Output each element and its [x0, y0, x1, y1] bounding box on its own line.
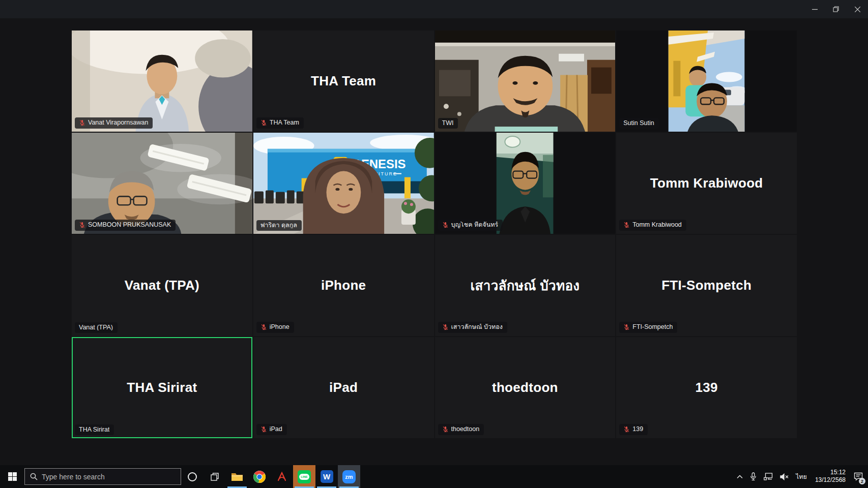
close-icon — [855, 7, 860, 12]
task-view-icon — [210, 472, 219, 481]
line-button[interactable]: LINE — [293, 465, 315, 488]
restore-button[interactable] — [825, 0, 847, 18]
participant-name-tag: Vanat Virapornsawan — [75, 117, 153, 129]
start-button[interactable] — [0, 465, 24, 488]
participant-display-name: 139 — [616, 337, 797, 438]
acrobat-reader-icon — [276, 471, 287, 482]
language-indicator[interactable]: ไทย — [793, 465, 810, 488]
notification-badge: 2 — [859, 478, 865, 484]
participant-name-tag: THA Team — [256, 117, 304, 129]
tray-volume-muted-button[interactable] — [777, 465, 792, 488]
participant-name-tag: iPad — [256, 424, 287, 435]
participant-tile-sutin-sutin[interactable]: Sutin Sutin — [616, 30, 797, 132]
participant-tile-saowalak[interactable]: เสาวลักษณ์ บัวทอง เสาวลักษณ์ บัวทอง — [435, 235, 616, 336]
muted-mic-icon — [261, 119, 267, 126]
minimize-icon — [812, 7, 818, 12]
chrome-button[interactable] — [248, 465, 271, 488]
participant-name-tag: iPhone — [256, 322, 294, 333]
muted-mic-icon — [442, 324, 449, 330]
action-center-button[interactable]: 2 — [851, 465, 866, 488]
windows-logo-icon — [8, 472, 17, 481]
minimize-button[interactable] — [804, 0, 825, 18]
participant-tile-somboon-pruksanusak[interactable]: SOMBOON PRUKSANUSAK — [72, 133, 252, 234]
participant-display-name: Tomm Krabiwood — [616, 133, 797, 234]
participant-name: Vanat (TPA) — [79, 324, 113, 331]
participant-tile-tha-sirirat-active-speaker[interactable]: THA Sirirat THA Sirirat — [72, 337, 252, 438]
microphone-icon — [750, 472, 757, 481]
participant-name: 139 — [632, 426, 643, 433]
cortana-button[interactable] — [181, 465, 204, 488]
participant-name-tag: Vanat (TPA) — [75, 322, 118, 333]
participant-tile-thoedtoon[interactable]: thoedtoon thoedtoon — [435, 337, 616, 438]
participant-display-name: FTI-Sompetch — [616, 235, 797, 336]
participant-tile-iphone[interactable]: iPhone iPhone — [253, 235, 434, 336]
muted-mic-icon — [79, 119, 85, 126]
tray-expand-button[interactable] — [734, 465, 746, 488]
zoom-app-button[interactable]: zm — [338, 465, 360, 488]
window-titlebar — [0, 0, 868, 18]
video-feed — [435, 30, 616, 132]
participant-tile-tha-team[interactable]: THA Team THA Team — [253, 30, 434, 132]
line-icon: LINE — [298, 470, 311, 483]
participant-name: Vanat Virapornsawan — [88, 119, 148, 126]
restore-icon — [833, 6, 839, 12]
word-icon: W — [321, 470, 333, 483]
participant-name: iPad — [270, 426, 282, 433]
participant-name-tag: FTI-Sompetch — [619, 322, 677, 333]
taskbar: LINE W zm ไทย — [0, 465, 868, 488]
participant-name-tag: TWI — [438, 118, 458, 129]
file-explorer-button[interactable] — [226, 465, 248, 488]
participant-name: Sutin Sutin — [623, 120, 654, 127]
participant-name: THA Team — [270, 119, 299, 126]
participant-tile-vanat-tpa[interactable]: Vanat (TPA) Vanat (TPA) — [72, 235, 252, 336]
participant-name-tag: เสาวลักษณ์ บัวทอง — [438, 322, 507, 333]
acrobat-button[interactable] — [271, 465, 293, 488]
volume-muted-icon — [780, 473, 789, 480]
taskbar-search[interactable] — [24, 468, 181, 485]
video-feed: GENESIS FURNITURE — [253, 133, 434, 234]
participant-display-name: THA Sirirat — [72, 337, 252, 438]
muted-mic-icon — [442, 426, 449, 433]
participant-name: เสาวลักษณ์ บัวทอง — [451, 324, 503, 330]
participant-tile-ipad[interactable]: iPad iPad — [253, 337, 434, 438]
participant-name-tag: บุญโชค หีดจันทร์ — [438, 220, 503, 231]
zoom-app-icon: zm — [342, 470, 356, 483]
network-icon — [764, 473, 773, 480]
participant-tile-twi[interactable]: TWI — [435, 30, 616, 132]
participant-display-name: iPhone — [253, 235, 434, 336]
participant-name: FTI-Sompetch — [632, 324, 673, 330]
participant-tile-139[interactable]: 139 139 — [616, 337, 797, 438]
clock-date: 13/12/2568 — [815, 477, 846, 484]
participant-name: THA Sirirat — [79, 426, 109, 433]
participant-name-tag: SOMBOON PRUKSANUSAK — [75, 220, 176, 231]
zoom-meeting-window: Vanat Virapornsawan THA Team THA Team — [0, 0, 868, 465]
participant-name: thoedtoon — [451, 426, 480, 433]
muted-mic-icon — [261, 324, 267, 330]
video-feed — [72, 133, 252, 234]
task-view-button[interactable] — [204, 465, 226, 488]
participant-name: SOMBOON PRUKSANUSAK — [88, 222, 171, 228]
participant-tile-boonchok[interactable]: บุญโชค หีดจันทร์ — [435, 133, 616, 234]
participant-name-tag: thoedtoon — [438, 424, 484, 435]
close-button[interactable] — [847, 0, 868, 18]
participant-display-name: THA Team — [253, 30, 434, 132]
taskbar-clock[interactable]: 15:12 13/12/2568 — [811, 465, 850, 488]
participant-name-tag: Tomm Krabiwood — [619, 220, 686, 231]
word-button[interactable]: W — [315, 465, 338, 488]
participant-tile-farida[interactable]: GENESIS FURNITURE — [253, 133, 434, 234]
video-feed — [668, 30, 745, 132]
participant-tile-tomm-krabiwood[interactable]: Tomm Krabiwood Tomm Krabiwood — [616, 133, 797, 234]
participant-display-name: Vanat (TPA) — [72, 235, 252, 336]
participant-tile-fti-sompetch[interactable]: FTI-Sompetch FTI-Sompetch — [616, 235, 797, 336]
search-icon — [30, 473, 38, 480]
search-input[interactable] — [42, 473, 176, 481]
muted-mic-icon — [261, 426, 267, 433]
participant-name-tag: 139 — [619, 424, 648, 435]
tray-microphone-button[interactable] — [747, 465, 760, 488]
participant-tile-vanat-virapornsawan[interactable]: Vanat Virapornsawan — [72, 30, 252, 132]
clock-time: 15:12 — [830, 469, 846, 476]
tray-network-button[interactable] — [761, 465, 776, 488]
muted-mic-icon — [623, 222, 630, 228]
muted-mic-icon — [442, 222, 449, 228]
video-feed — [72, 30, 252, 132]
